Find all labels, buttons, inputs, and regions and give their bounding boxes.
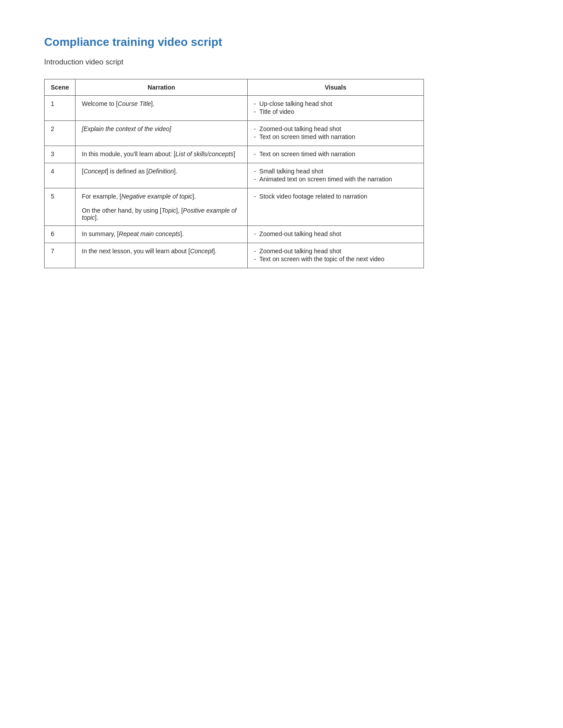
visual-text: Animated text on screen timed with the n… <box>259 176 392 183</box>
bullet-dash: - <box>254 108 256 115</box>
bullet-dash: - <box>254 100 256 107</box>
table-row: 3In this module, you'll learn about: [Li… <box>45 146 424 163</box>
visual-item: -Animated text on screen timed with the … <box>254 176 417 183</box>
cell-scene: 5 <box>45 188 76 226</box>
cell-narration: In summary, [Repeat main concepts]. <box>76 226 247 243</box>
cell-narration: [Explain the context of the video] <box>76 121 247 146</box>
bullet-dash: - <box>254 133 256 140</box>
cell-scene: 6 <box>45 226 76 243</box>
cell-narration: In the next lesson, you will learn about… <box>76 243 247 268</box>
page-title: Compliance training video script <box>44 35 519 49</box>
cell-scene: 3 <box>45 146 76 163</box>
table-row: 6In summary, [Repeat main concepts].-Zoo… <box>45 226 424 243</box>
table-row: 5For example, [Negative example of topic… <box>45 188 424 226</box>
table-row: 2[Explain the context of the video]-Zoom… <box>45 121 424 146</box>
visual-item: -Zoomed-out talking head shot <box>254 248 417 255</box>
visual-item: -Title of video <box>254 108 417 115</box>
visual-text: Stock video footage related to narration <box>259 193 367 200</box>
visual-text: Text on screen timed with narration <box>259 133 355 140</box>
table-row: 1Welcome to [Course Title].-Up-close tal… <box>45 96 424 121</box>
cell-visuals: -Text on screen timed with narration <box>247 146 423 163</box>
visual-text: Zoomed-out talking head shot <box>259 248 341 255</box>
bullet-dash: - <box>254 230 256 237</box>
cell-scene: 4 <box>45 163 76 188</box>
cell-visuals: -Small talking head shot-Animated text o… <box>247 163 423 188</box>
cell-scene: 7 <box>45 243 76 268</box>
cell-visuals: -Zoomed-out talking head shot-Text on sc… <box>247 243 423 268</box>
cell-visuals: -Stock video footage related to narratio… <box>247 188 423 226</box>
bullet-dash: - <box>254 176 256 183</box>
bullet-dash: - <box>254 248 256 255</box>
header-scene: Scene <box>45 79 76 96</box>
cell-visuals: -Up-close talking head shot-Title of vid… <box>247 96 423 121</box>
visual-item: -Text on screen with the topic of the ne… <box>254 255 417 263</box>
bullet-dash: - <box>254 168 256 175</box>
bullet-dash: - <box>254 193 256 200</box>
script-table: Scene Narration Visuals 1Welcome to [Cou… <box>44 79 424 268</box>
visual-item: -Stock video footage related to narratio… <box>254 193 417 200</box>
visual-text: Text on screen with the topic of the nex… <box>259 255 384 263</box>
visual-item: -Up-close talking head shot <box>254 100 417 107</box>
cell-narration: [Concept] is defined as [Definition]. <box>76 163 247 188</box>
visual-item: -Zoomed-out talking head shot <box>254 125 417 132</box>
header-narration: Narration <box>76 79 247 96</box>
visual-item: -Zoomed-out talking head shot <box>254 230 417 237</box>
page-subtitle: Introduction video script <box>44 58 519 67</box>
table-row: 7In the next lesson, you will learn abou… <box>45 243 424 268</box>
visual-text: Small talking head shot <box>259 168 323 175</box>
visual-item: -Text on screen timed with narration <box>254 133 417 140</box>
visual-text: Text on screen timed with narration <box>259 150 355 158</box>
table-row: 4[Concept] is defined as [Definition].-S… <box>45 163 424 188</box>
cell-narration: For example, [Negative example of topic]… <box>76 188 247 226</box>
visual-text: Zoomed-out talking head shot <box>259 125 341 132</box>
cell-scene: 2 <box>45 121 76 146</box>
visual-text: Zoomed-out talking head shot <box>259 230 341 237</box>
bullet-dash: - <box>254 125 256 132</box>
bullet-dash: - <box>254 150 256 158</box>
visual-text: Title of video <box>259 108 294 115</box>
cell-visuals: -Zoomed-out talking head shot-Text on sc… <box>247 121 423 146</box>
bullet-dash: - <box>254 255 256 263</box>
cell-narration: In this module, you'll learn about: [Lis… <box>76 146 247 163</box>
visual-text: Up-close talking head shot <box>259 100 332 107</box>
header-visuals: Visuals <box>247 79 423 96</box>
visual-item: -Small talking head shot <box>254 168 417 175</box>
visual-item: -Text on screen timed with narration <box>254 150 417 158</box>
cell-narration: Welcome to [Course Title]. <box>76 96 247 121</box>
cell-scene: 1 <box>45 96 76 121</box>
cell-visuals: -Zoomed-out talking head shot <box>247 226 423 243</box>
